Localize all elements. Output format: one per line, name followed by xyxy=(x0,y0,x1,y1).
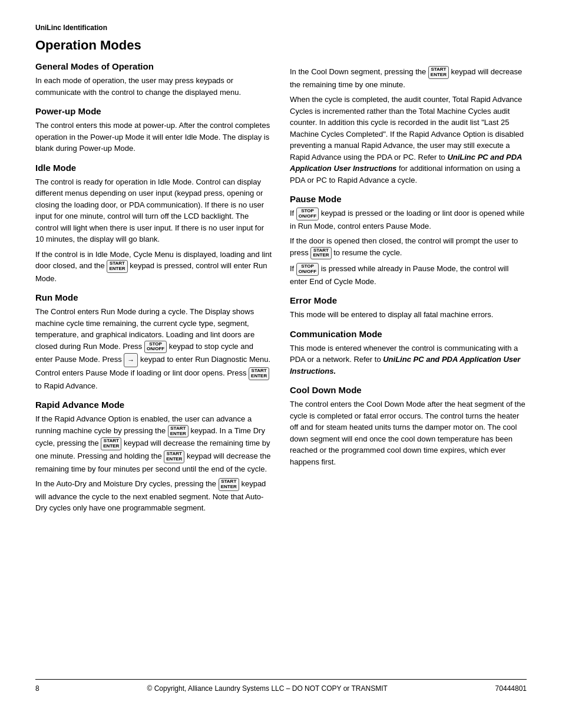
error-para-1: This mode will be entered to display all… xyxy=(290,309,527,321)
stop-onoff-keypad-pause-1: STOPON/OFF xyxy=(296,207,319,220)
cooldown-para-1: The control enters the Cool Down Mode af… xyxy=(290,398,527,467)
footer-doc-number: 70444801 xyxy=(495,684,527,693)
start-enter-keypad-rapid-1: STARTENTER xyxy=(168,425,189,438)
section-idle-title: Idle Mode xyxy=(35,163,272,173)
arrow-keypad-run: → xyxy=(124,353,138,367)
section-rapid-title: Rapid Advance Mode xyxy=(35,400,272,410)
pause-para-1: If STOPON/OFF keypad is pressed or the l… xyxy=(290,207,527,232)
start-enter-keypad-rapid-4: STARTENTER xyxy=(219,478,239,491)
start-enter-keypad-cooldown-rapid: STARTENTER xyxy=(428,66,449,79)
rapid-para-2: In the Auto-Dry and Moisture Dry cycles,… xyxy=(35,478,272,514)
idle-para-1: The control is ready for operation in Id… xyxy=(35,176,272,245)
rapid-cont-para-1: In the Cool Down segment, pressing the S… xyxy=(290,66,527,90)
start-enter-keypad-rapid-3: STARTENTER xyxy=(164,450,184,463)
section-run-title: Run Mode xyxy=(35,292,272,302)
general-para-1: In each mode of operation, the user may … xyxy=(35,75,272,98)
page-footer: 8 © Copyright, Alliance Laundry Systems … xyxy=(35,679,527,693)
section-general-title: General Modes of Operation xyxy=(35,61,272,71)
comm-para-1: This mode is entered whenever the contro… xyxy=(290,342,527,377)
section-cooldown-title: Cool Down Mode xyxy=(290,385,527,395)
right-column: In the Cool Down segment, pressing the S… xyxy=(290,38,527,679)
footer-copyright: © Copyright, Alliance Laundry Systems LL… xyxy=(147,684,387,693)
pause-para-2: If the door is opened then closed, the c… xyxy=(290,235,527,259)
start-enter-keypad-run: STARTENTER xyxy=(249,367,269,380)
rapid-reference-italic: UniLinc PC and PDA Application User Inst… xyxy=(290,153,522,173)
section-powerup-title: Power-up Mode xyxy=(35,106,272,116)
rapid-cont-para-2: When the cycle is completed, the audit c… xyxy=(290,94,527,186)
pause-para-3: If STOPON/OFF is pressed while already i… xyxy=(290,263,527,287)
section-error-title: Error Mode xyxy=(290,295,527,305)
stop-onoff-keypad-run: STOPON/OFF xyxy=(144,341,167,354)
page-title: Operation Modes xyxy=(35,38,272,53)
start-enter-keypad-idle: STARTENTER xyxy=(107,260,127,273)
powerup-para-1: The control enters this mode at power-up… xyxy=(35,120,272,154)
rapid-para-1: If the Rapid Advance Option is enabled, … xyxy=(35,413,272,475)
comm-reference-italic: UniLinc PC and PDA Application User Inst… xyxy=(290,355,520,375)
start-enter-keypad-rapid-2: STARTENTER xyxy=(101,437,121,450)
section-pause-title: Pause Mode xyxy=(290,194,527,204)
run-para-1: The Control enters Run Mode during a cyc… xyxy=(35,306,272,391)
stop-onoff-keypad-pause-2: STOPON/OFF xyxy=(296,263,319,276)
page: UniLinc Identification Operation Modes G… xyxy=(0,0,562,728)
start-enter-keypad-pause: STARTENTER xyxy=(310,247,331,260)
footer-page-number: 8 xyxy=(35,684,39,693)
two-column-layout: Operation Modes General Modes of Operati… xyxy=(35,38,527,679)
top-label: UniLinc Identification xyxy=(35,24,527,32)
left-column: Operation Modes General Modes of Operati… xyxy=(35,38,272,679)
idle-para-2: If the control is in Idle Mode, Cycle Me… xyxy=(35,249,272,285)
section-comm-title: Communication Mode xyxy=(290,329,527,339)
